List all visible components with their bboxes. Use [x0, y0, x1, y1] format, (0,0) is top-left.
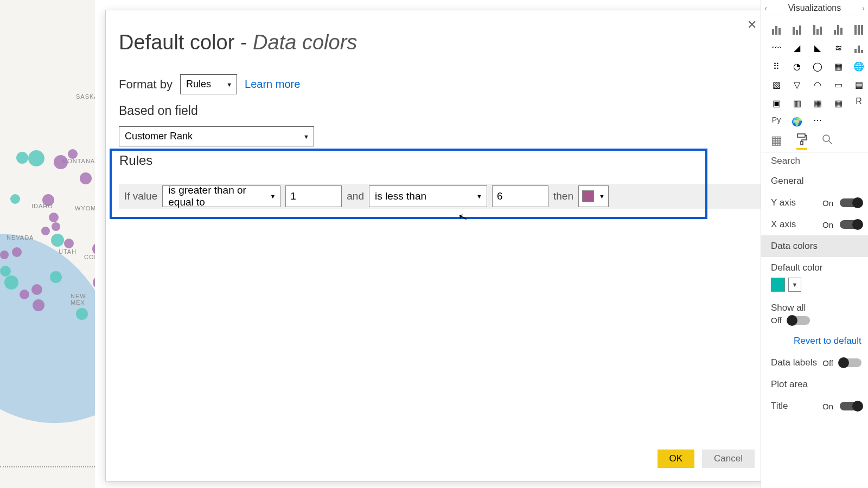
viz-kpi[interactable]: ▣ [769, 94, 784, 108]
map-label-newmex: NEW MEX [71, 293, 95, 306]
rule-op1-value: is greater than or equal to [168, 184, 265, 208]
chevron-left-icon[interactable]: ‹ [764, 3, 767, 12]
viz-filled-map[interactable]: ▧ [769, 76, 784, 90]
search-label: Search [771, 156, 800, 166]
viz-stacked-bar[interactable] [769, 21, 784, 35]
viz-area[interactable]: ◢ [789, 39, 805, 53]
data-labels-toggle[interactable] [840, 358, 861, 367]
viz-funnel[interactable]: ▽ [789, 76, 805, 90]
format-data-labels[interactable]: Data labels Off [761, 352, 868, 374]
viz-stacked-area[interactable]: ◣ [810, 39, 825, 53]
title-toggle[interactable] [840, 402, 861, 410]
revert-to-default-link[interactable]: Revert to default [761, 330, 868, 352]
y-axis-toggle[interactable] [840, 198, 861, 207]
format-y-axis[interactable]: Y axis On [761, 192, 868, 214]
viz-card[interactable]: ▭ [831, 76, 846, 90]
map-bubble [50, 271, 62, 283]
toggle-on-label: On [822, 220, 833, 229]
svg-line-3 [829, 141, 832, 144]
rule-op1-select[interactable]: is greater than or equal to ▼ [162, 185, 280, 207]
viz-globe[interactable]: 🌍 [789, 113, 805, 127]
tab-analytics[interactable] [821, 133, 833, 150]
viz-matrix[interactable]: ▦ [831, 94, 846, 108]
viz-more[interactable]: ⋯ [810, 113, 825, 127]
viz-stacked-column[interactable] [810, 21, 825, 35]
format-data-colors[interactable]: Data colors [761, 235, 868, 257]
viz-donut[interactable]: ◯ [810, 57, 825, 72]
format-title[interactable]: Title On [761, 395, 868, 417]
svg-rect-0 [797, 134, 805, 137]
learn-more-link[interactable]: Learn more [245, 78, 300, 91]
pane-tabs: ▦ [761, 131, 868, 152]
viz-pie[interactable]: ◔ [789, 57, 805, 72]
tab-format[interactable] [796, 133, 807, 150]
viz-table[interactable]: ▦ [810, 94, 825, 108]
rules-heading: Rules [119, 153, 152, 168]
viz-py[interactable]: Py [769, 113, 784, 127]
viz-scatter[interactable]: ⠿ [769, 57, 784, 72]
viz-slicer[interactable]: ▥ [789, 94, 805, 108]
viz-100-stacked[interactable] [851, 21, 866, 35]
format-plot-area[interactable]: Plot area [761, 374, 868, 395]
viz-ribbon[interactable]: ≋ [831, 39, 846, 53]
map-bubble [52, 222, 60, 231]
map-bubble [42, 194, 54, 206]
map-bubble [20, 290, 29, 299]
based-on-field-select[interactable]: Customer Rank ▼ [119, 126, 314, 146]
then-label: then [553, 190, 573, 202]
map-bubble [4, 275, 18, 290]
viz-multi-card[interactable]: ▤ [851, 76, 866, 90]
visualizations-title: Visualizations [788, 3, 841, 13]
format-by-select[interactable]: Rules ▼ [180, 74, 237, 94]
ok-button[interactable]: OK [658, 450, 695, 468]
viz-map[interactable]: 🌐 [851, 57, 866, 72]
default-color-swatch [771, 278, 785, 292]
map-bubble [33, 299, 44, 311]
viz-treemap[interactable]: ▦ [831, 57, 846, 72]
viz-gauge[interactable]: ◠ [810, 76, 825, 90]
map-bubble [93, 277, 95, 288]
format-datacolors-label: Data colors [771, 241, 818, 252]
x-axis-toggle[interactable] [840, 220, 861, 229]
viz-clustered-column[interactable] [831, 21, 846, 35]
map-dotted-line [0, 466, 95, 467]
cancel-button[interactable]: Cancel [702, 450, 755, 468]
viz-clustered-bar[interactable] [789, 21, 805, 35]
rule-op2-select[interactable]: is less than ▼ [369, 185, 487, 207]
chevron-right-icon[interactable]: › [862, 3, 865, 12]
map-bubble [0, 266, 11, 277]
map-bubble [10, 194, 20, 204]
viz-waterfall[interactable] [851, 39, 866, 53]
format-by-value: Rules [186, 79, 211, 90]
rule-val2-input[interactable] [492, 185, 548, 207]
dialog-title-prefix: Default color - [119, 31, 253, 54]
format-general[interactable]: General [761, 170, 868, 192]
format-x-axis[interactable]: X axis On [761, 214, 868, 235]
ocean-shape [0, 206, 95, 455]
close-icon[interactable]: ✕ [747, 18, 757, 32]
based-on-field-label: Based on field [119, 104, 198, 118]
map-bubble [80, 172, 92, 184]
tab-fields[interactable]: ▦ [771, 133, 782, 150]
format-search[interactable]: Search [761, 152, 868, 170]
format-by-row: Format by Rules ▼ Learn more [119, 74, 300, 94]
rule-val1-input[interactable] [285, 185, 342, 207]
default-color-picker[interactable]: ▼ [761, 275, 868, 297]
map-label-saskatch: SASKATCH [76, 93, 95, 100]
format-plotarea-label: Plot area [771, 379, 808, 390]
viz-r[interactable]: R [851, 94, 866, 108]
analytics-icon [821, 133, 833, 145]
toggle-off-label: Off [822, 358, 833, 368]
rule-color-picker[interactable]: ▼ [578, 185, 609, 207]
show-all-toggle[interactable] [788, 316, 810, 325]
toggle-off-label: Off [771, 316, 782, 325]
map-bubble [92, 243, 95, 255]
rule-op2-value: is less than [375, 190, 426, 202]
paint-roller-icon [796, 133, 807, 145]
map-label-colorado: COLOR [84, 254, 95, 260]
viz-line[interactable]: 〰 [769, 39, 784, 53]
map-bubble [41, 227, 50, 235]
map-bubble [28, 150, 44, 166]
chevron-down-icon: ▼ [599, 193, 605, 200]
chevron-down-icon: ▼ [270, 193, 276, 200]
